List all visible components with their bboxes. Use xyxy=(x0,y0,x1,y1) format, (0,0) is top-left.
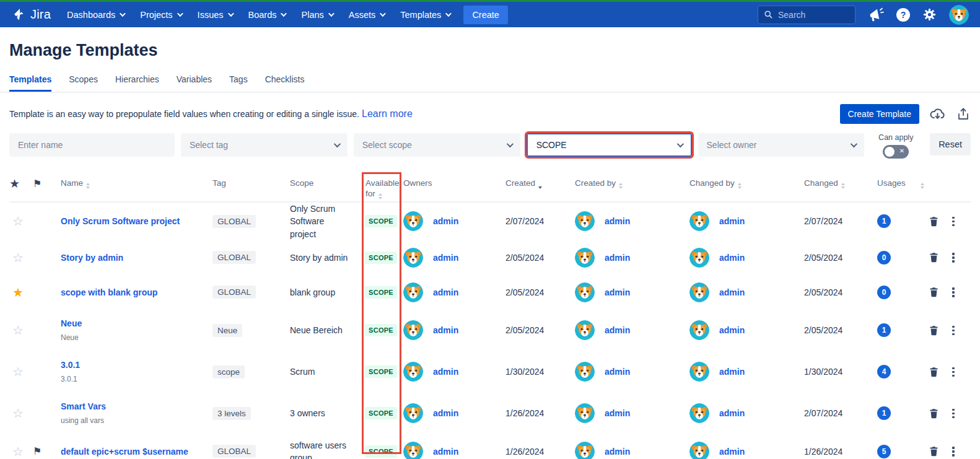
tab-checklists[interactable]: Checklists xyxy=(265,71,305,92)
usages-count-badge[interactable]: 1 xyxy=(877,406,891,420)
changed-by-link[interactable]: admin xyxy=(719,447,745,457)
kebab-menu-icon[interactable] xyxy=(951,408,956,420)
owner-avatar[interactable] xyxy=(403,282,423,302)
created-by-avatar[interactable] xyxy=(575,248,595,268)
learn-more-link[interactable]: Learn more xyxy=(362,108,413,120)
owner-link[interactable]: admin xyxy=(433,253,458,263)
nav-search-box[interactable] xyxy=(758,6,855,24)
template-name-link[interactable]: scope with blank group xyxy=(61,287,206,297)
template-name-link[interactable]: Neue xyxy=(61,318,206,328)
user-avatar[interactable] xyxy=(949,5,969,25)
nav-item-plans[interactable]: Plans xyxy=(301,10,332,20)
nav-item-dashboards[interactable]: Dashboards xyxy=(67,10,124,20)
export-icon[interactable] xyxy=(956,107,971,121)
owner-avatar[interactable] xyxy=(403,403,423,423)
kebab-menu-icon[interactable] xyxy=(951,251,956,264)
changed-by-link[interactable]: admin xyxy=(719,287,745,297)
changed-by-avatar[interactable] xyxy=(689,403,709,423)
created-by-link[interactable]: admin xyxy=(605,325,630,335)
tab-variables[interactable]: Variables xyxy=(177,71,212,92)
jira-logo[interactable]: Jira xyxy=(11,7,51,22)
kebab-menu-icon[interactable] xyxy=(951,325,956,337)
changed-by-avatar[interactable] xyxy=(689,362,709,382)
tab-templates[interactable]: Templates xyxy=(9,71,51,92)
favorite-star-icon[interactable]: ☆ xyxy=(9,444,33,459)
changed-by-link[interactable]: admin xyxy=(719,253,745,263)
owner-link[interactable]: admin xyxy=(433,216,458,226)
kebab-menu-icon[interactable] xyxy=(951,286,956,299)
gear-icon[interactable] xyxy=(922,7,937,22)
changed-by-avatar[interactable] xyxy=(689,442,709,459)
owner-link[interactable]: admin xyxy=(433,287,458,297)
created-by-avatar[interactable] xyxy=(575,442,595,459)
import-cloud-download-icon[interactable] xyxy=(929,106,946,123)
usages-count-badge[interactable]: 4 xyxy=(877,365,891,378)
column-header-name[interactable]: Name xyxy=(61,178,212,189)
created-by-avatar[interactable] xyxy=(575,211,595,231)
column-header-changed-by[interactable]: Changed by xyxy=(689,178,804,189)
name-filter-input[interactable] xyxy=(9,133,175,157)
delete-trash-icon[interactable] xyxy=(928,408,940,419)
column-header-changed[interactable]: Changed xyxy=(804,178,877,189)
owner-avatar[interactable] xyxy=(403,442,423,459)
nav-create-button[interactable]: Create xyxy=(463,6,508,24)
favorite-star-icon[interactable]: ★ xyxy=(9,285,33,300)
reset-button[interactable]: Reset xyxy=(930,133,971,155)
created-by-link[interactable]: admin xyxy=(605,287,630,297)
delete-trash-icon[interactable] xyxy=(928,445,940,457)
owner-avatar[interactable] xyxy=(403,248,423,268)
favorite-star-icon[interactable]: ☆ xyxy=(9,250,33,265)
owner-link[interactable]: admin xyxy=(433,367,458,377)
owner-link[interactable]: admin xyxy=(433,408,458,418)
tab-tags[interactable]: Tags xyxy=(229,71,248,92)
created-by-avatar[interactable] xyxy=(575,403,595,423)
owner-avatar[interactable] xyxy=(403,211,423,231)
favorite-star-icon[interactable]: ☆ xyxy=(9,214,33,229)
template-name-link[interactable]: Only Scrum Software project xyxy=(61,216,206,226)
tab-hierarchies[interactable]: Hierarchies xyxy=(115,71,159,92)
owner-avatar[interactable] xyxy=(403,362,423,382)
template-name-link[interactable]: Story by admin xyxy=(61,253,206,263)
created-by-link[interactable]: admin xyxy=(605,253,630,263)
template-name-link[interactable]: Smart Vars xyxy=(61,401,206,411)
created-by-link[interactable]: admin xyxy=(605,216,630,226)
kebab-menu-icon[interactable] xyxy=(951,216,956,228)
created-by-link[interactable]: admin xyxy=(605,367,630,377)
favorite-star-icon[interactable]: ☆ xyxy=(9,364,33,379)
nav-item-issues[interactable]: Issues xyxy=(198,10,232,20)
owner-avatar[interactable] xyxy=(403,320,423,340)
owner-filter-select[interactable]: Select owner xyxy=(698,133,865,157)
delete-trash-icon[interactable] xyxy=(928,366,940,378)
column-header-created[interactable]: Created xyxy=(505,178,575,189)
nav-item-assets[interactable]: Assets xyxy=(349,10,385,20)
changed-by-avatar[interactable] xyxy=(689,248,709,268)
usages-count-badge[interactable]: 0 xyxy=(877,286,891,299)
available-for-filter-select[interactable]: SCOPE xyxy=(527,133,692,157)
favorite-star-icon[interactable]: ☆ xyxy=(9,406,33,421)
owner-link[interactable]: admin xyxy=(433,447,458,457)
announcements-megaphone-icon[interactable] xyxy=(868,7,884,23)
template-name-link[interactable]: 3.0.1 xyxy=(61,360,206,370)
help-icon[interactable]: ? xyxy=(896,8,910,22)
changed-by-avatar[interactable] xyxy=(689,282,709,302)
nav-item-projects[interactable]: Projects xyxy=(140,10,181,20)
delete-trash-icon[interactable] xyxy=(928,286,940,298)
changed-by-link[interactable]: admin xyxy=(719,216,745,226)
column-header-available-for[interactable]: Available for xyxy=(361,178,403,199)
nav-item-boards[interactable]: Boards xyxy=(248,10,286,20)
created-by-avatar[interactable] xyxy=(575,362,595,382)
favorite-star-icon[interactable]: ☆ xyxy=(9,323,33,338)
kebab-menu-icon[interactable] xyxy=(951,366,956,378)
create-template-button[interactable]: Create Template xyxy=(840,104,919,124)
changed-by-avatar[interactable] xyxy=(689,320,709,340)
column-header-created-by[interactable]: Created by xyxy=(575,178,689,189)
delete-trash-icon[interactable] xyxy=(928,325,940,336)
delete-trash-icon[interactable] xyxy=(928,251,940,263)
usages-count-badge[interactable]: 1 xyxy=(877,323,891,337)
nav-item-templates[interactable]: Templates xyxy=(400,10,450,20)
tab-scopes[interactable]: Scopes xyxy=(69,71,98,92)
nav-search-input[interactable] xyxy=(778,10,846,20)
can-apply-toggle[interactable]: ✕ xyxy=(883,145,909,159)
changed-by-link[interactable]: admin xyxy=(719,325,745,335)
changed-by-link[interactable]: admin xyxy=(719,367,745,377)
